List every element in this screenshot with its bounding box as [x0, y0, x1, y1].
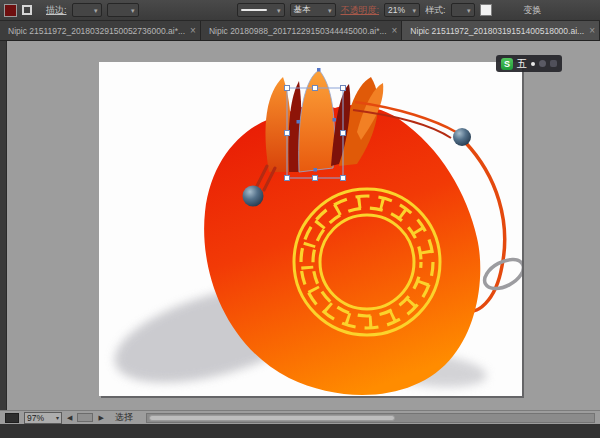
- close-icon[interactable]: ×: [392, 25, 398, 36]
- ime-circle-icon[interactable]: [539, 60, 546, 67]
- variable-width-combo[interactable]: ▾: [107, 3, 139, 17]
- brush-definition-combo[interactable]: 基本 ▾: [290, 3, 336, 17]
- selection-handle[interactable]: [341, 86, 346, 91]
- prev-artboard-icon[interactable]: ◀: [67, 414, 72, 422]
- chevron-down-icon: ▾: [131, 7, 135, 14]
- close-icon[interactable]: ×: [190, 25, 196, 36]
- style-swatch[interactable]: [480, 4, 492, 16]
- chevron-down-icon: ▾: [413, 7, 417, 14]
- selection-handle[interactable]: [313, 176, 318, 181]
- ime-toolbar[interactable]: S 五: [496, 55, 562, 72]
- style-label: 样式:: [425, 4, 446, 17]
- style-combo[interactable]: ▾: [451, 3, 475, 17]
- document-tab-3[interactable]: Nipic 21511972_20180319151400518000.ai..…: [402, 21, 600, 40]
- tab-label: Nipic 20180988_20171229150344445000.ai*.…: [209, 26, 387, 36]
- zoom-value: 97%: [27, 413, 44, 423]
- selection-handle[interactable]: [341, 176, 346, 181]
- transform-label[interactable]: 变换: [524, 4, 542, 17]
- selection-handle[interactable]: [285, 176, 290, 181]
- anchor-point[interactable]: [333, 118, 337, 122]
- artboard-nav-icon: [5, 413, 19, 423]
- horizontal-scrollbar-thumb[interactable]: [149, 415, 395, 421]
- stroke-color-swatch-icon[interactable]: [22, 5, 32, 15]
- stroke-label[interactable]: 描边:: [46, 4, 67, 17]
- tab-label: Nipic 21511972_20180319151400518000.ai..…: [410, 26, 584, 36]
- sogou-logo-icon: S: [501, 58, 513, 70]
- ime-mode-label: 五: [517, 57, 527, 71]
- control-bar: 描边: ▾ ▾ ▾ 基本 ▾ 不透明度: 21% ▾ 样式: ▾ 变换: [0, 0, 600, 21]
- chevron-down-icon: ▾: [56, 414, 59, 421]
- bead-left[interactable]: [243, 186, 264, 207]
- selection-handle[interactable]: [341, 131, 346, 136]
- document-tab-1[interactable]: Nipic 21511972_20180329150052736000.ai*.…: [0, 21, 201, 40]
- document-tab-bar: Nipic 21511972_20180329150052736000.ai*.…: [0, 21, 600, 41]
- anchor-point[interactable]: [317, 68, 321, 72]
- selection-handle[interactable]: [313, 86, 318, 91]
- next-artboard-icon[interactable]: ▶: [98, 414, 103, 422]
- opacity-label[interactable]: 不透明度:: [341, 4, 380, 17]
- document-tab-2[interactable]: Nipic 20180988_20171229150344445000.ai*.…: [201, 21, 402, 40]
- ime-settings-icon[interactable]: [550, 60, 557, 67]
- illustrator-window: 描边: ▾ ▾ ▾ 基本 ▾ 不透明度: 21% ▾ 样式: ▾ 变换: [0, 0, 600, 438]
- zoom-combo[interactable]: 97% ▾: [24, 412, 62, 424]
- chevron-down-icon: ▾: [94, 7, 98, 14]
- chevron-down-icon: ▾: [277, 7, 281, 14]
- stroke-profile-combo[interactable]: ▾: [237, 3, 285, 17]
- bottom-bar: [0, 424, 600, 438]
- stroke-preview-icon: [241, 9, 267, 11]
- ime-dot-icon: [531, 62, 535, 66]
- close-icon[interactable]: ×: [589, 25, 595, 36]
- chevron-down-icon: ▾: [467, 7, 471, 14]
- stroke-weight-combo[interactable]: ▾: [72, 3, 102, 17]
- artwork-canvas: [99, 62, 522, 396]
- status-bar: 97% ▾ ◀ ▶ 选择: [0, 410, 600, 424]
- selection-handle[interactable]: [285, 131, 290, 136]
- anchor-point[interactable]: [297, 120, 301, 124]
- tool-hint-label: 选择: [115, 411, 133, 424]
- horizontal-scrollbar[interactable]: [146, 413, 595, 423]
- artboard-number-box[interactable]: [77, 413, 93, 422]
- opacity-combo[interactable]: 21% ▾: [384, 3, 420, 17]
- bead-right[interactable]: [453, 128, 471, 146]
- collapsed-panel-strip: [0, 41, 7, 410]
- anchor-point[interactable]: [314, 168, 318, 172]
- chevron-down-icon: ▾: [328, 7, 332, 14]
- fill-color-swatch[interactable]: [4, 4, 17, 17]
- selection-handle[interactable]: [285, 86, 290, 91]
- tab-label: Nipic 21511972_20180329150052736000.ai*.…: [8, 26, 185, 36]
